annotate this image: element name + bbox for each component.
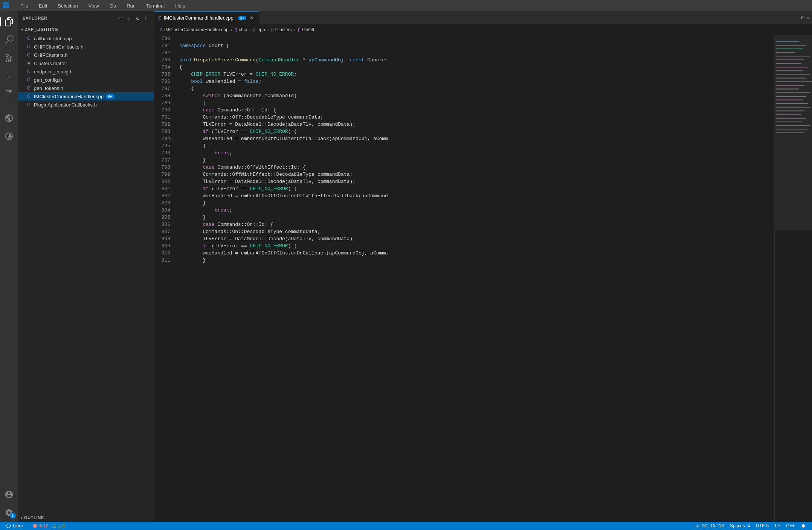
menu-help[interactable]: Help [173,2,188,9]
file-name: endpoint_config.h [34,69,73,75]
code-line-793: if (TLVError == CHIP_NO_ERROR) { [179,128,774,135]
position-label: Ln 781, Col 18 [694,523,724,528]
code-line-807: Commands::On::DecodableType commandData; [179,228,774,235]
new-folder-button[interactable]: ☐ [126,14,133,23]
breadcrumb-clusters-label: Clusters [275,27,292,32]
error-icon [33,524,37,528]
outline-chevron: › [21,516,23,520]
h-file-icon: C [26,85,32,91]
code-content[interactable]: namespace OnOff { void DispatchServerCom… [176,35,774,522]
more-actions-button[interactable]: ⋯ [806,15,809,21]
tab-imcluster-handler[interactable]: C IMClusterCommandHandler.cpp 9+ ✕ [154,11,259,24]
breadcrumb-file[interactable]: C IMClusterCommandHandler.cpp [160,27,229,32]
h-file-icon: C [26,102,32,108]
line-num-809: 809 [154,242,173,250]
code-line-791: Commands::Off::DecodableType commandData… [179,114,774,121]
breadcrumb-app[interactable]: {} app [253,27,265,32]
line-num-783: 783 [154,56,173,64]
new-file-button[interactable]: ▭ [118,14,125,23]
extensions-activity-icon[interactable] [0,85,18,103]
breadcrumb-clusters[interactable]: {} Clusters [271,27,292,32]
file-name: CHIPClusters.h [34,52,68,58]
project-section-header[interactable]: ▾ ZAP_LIGHTING [18,25,154,34]
breadcrumb-onoff[interactable]: {} OnOff [298,27,314,32]
menu-terminal[interactable]: Terminal [144,2,167,9]
line-num-793: 793 [154,128,173,135]
minimap [774,35,812,522]
file-item-chip-client-callbacks[interactable]: C CHIPClientCallbacks.h [18,43,154,51]
search-activity-icon[interactable] [0,31,18,49]
file-badge: 9+ [106,94,114,99]
code-line-786: bool wasHandled = false; [179,78,774,85]
file-name: PluginApplicationCallbacks.h [34,102,97,108]
file-item-callback-stub[interactable]: C callback-stub.cpp [18,34,154,43]
outline-section-header[interactable]: › OUTLINE [18,513,154,522]
menu-file[interactable]: File [18,2,31,9]
tab-file-icon: C [158,15,162,21]
file-item-imcluster-handler[interactable]: C IMClusterCommandHandler.cpp 9+ [18,92,154,101]
line-ending-status-item[interactable]: LF [772,522,783,530]
h-file-icon: C [26,44,32,50]
menu-selection[interactable]: Selection [55,2,80,9]
code-line-801: if (TLVError == CHIP_NO_ERROR) { [179,185,774,192]
minimap-viewport [775,35,812,230]
outline-label: OUTLINE [24,515,44,520]
timeline-activity-icon[interactable] [0,127,18,145]
code-line-788: switch (aCommandPath.mCommandId) [179,92,774,99]
line-num-810: 810 [154,250,173,257]
breadcrumb-chip[interactable]: {} chip [235,27,247,32]
error-status-item[interactable]: ⊗ 12 △ 0 [30,522,68,530]
tab-label: IMClusterCommandHandler.cpp [164,15,234,21]
spaces-label: Spaces: 4 [730,523,750,528]
file-item-endpoint-config[interactable]: C endpoint_config.h [18,67,154,76]
warning-icon [52,524,56,528]
svg-rect-3 [6,5,9,8]
run-debug-activity-icon[interactable] [0,67,18,85]
file-name: IMClusterCommandHandler.cpp [34,94,104,99]
line-num-802: 802 [154,192,173,200]
menu-view[interactable]: View [86,2,101,9]
menu-run[interactable]: Run [124,2,138,9]
explorer-activity-icon[interactable] [0,13,18,31]
line-num-790: 790 [154,107,173,114]
breadcrumb-file-label: IMClusterCommandHandler.cpp [164,27,229,32]
menu-go[interactable]: Go [107,2,118,9]
breadcrumb-braces-icon-1: {} [235,27,237,32]
line-num-797: 797 [154,157,173,164]
file-item-gen-tokens[interactable]: C gen_tokens.h [18,84,154,92]
encoding-status-item[interactable]: UTF-8 [753,522,772,530]
notifications-status-item[interactable] [798,522,809,530]
code-line-796: break; [179,149,774,157]
account-activity-icon[interactable] [0,486,18,504]
file-item-plugin-callbacks[interactable]: C PluginApplicationCallbacks.h [18,101,154,109]
refresh-button[interactable]: ↻ [134,14,141,23]
source-control-activity-icon[interactable] [0,49,18,67]
file-item-gen-config[interactable]: C gen_config.h [18,76,154,84]
code-line-794: wasHandled = emberAfOnOffClusterOffCallb… [179,135,774,142]
code-editor[interactable]: 780 781 782 783 784 785 786 787 788 789 … [154,35,812,522]
code-line-809: if (TLVError == CHIP_NO_ERROR) { [179,242,774,250]
error-count-val: 12 [43,523,48,528]
error-count: ⊗ [38,523,42,528]
language-status-item[interactable]: C++ [783,522,798,530]
menu-edit[interactable]: Edit [37,2,49,9]
file-item-chip-clusters[interactable]: C CHIPClusters.h [18,51,154,59]
spaces-status-item[interactable]: Spaces: 4 [727,522,753,530]
settings-activity-icon[interactable]: 1 [0,504,18,522]
breadcrumb-braces-icon-4: {} [298,27,301,32]
file-item-clusters-matter[interactable]: ≡ Clusters.matter [18,59,154,67]
svg-rect-0 [3,2,6,5]
remote-status-icon [6,523,11,528]
code-line-782 [179,49,774,56]
outline-section: › OUTLINE [18,513,154,522]
position-status-item[interactable]: Ln 781, Col 18 [691,522,727,530]
collapse-button[interactable]: ⇩ [142,14,149,23]
tab-bar-actions: ⊞ ⋯ [798,15,812,21]
status-bar: Linux ⊗ 12 △ 0 Ln 781, Col 18 Spaces: 4 … [0,522,812,530]
remote-status-item[interactable]: Linux [3,522,27,530]
split-editor-button[interactable]: ⊞ [801,15,804,21]
remote-activity-icon[interactable] [0,109,18,127]
code-line-797: } [179,157,774,164]
line-num-785: 785 [154,71,173,78]
tab-close-button[interactable]: ✕ [249,15,255,21]
